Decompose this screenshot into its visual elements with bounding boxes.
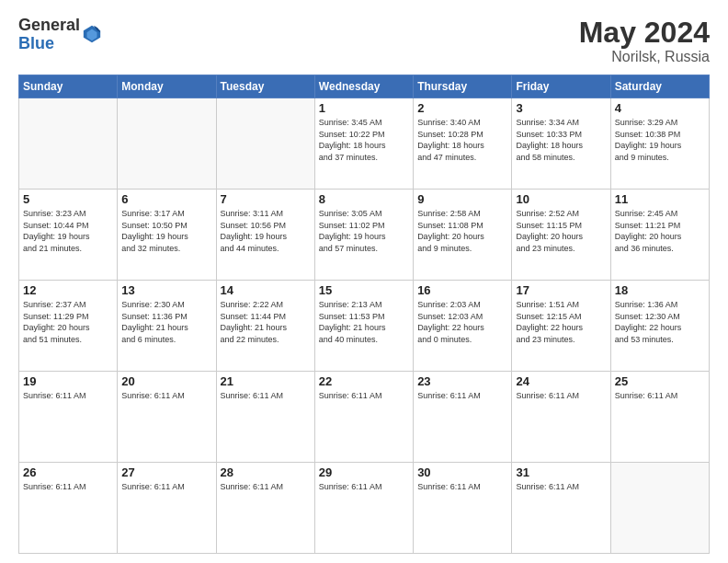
day-info: Sunrise: 2:37 AM Sunset: 11:29 PM Daylig…: [23, 299, 113, 345]
cell-w3-d6: 18Sunrise: 1:36 AM Sunset: 12:30 AM Dayl…: [610, 281, 709, 372]
day-info: Sunrise: 3:05 AM Sunset: 11:02 PM Daylig…: [319, 208, 409, 254]
day-info: Sunrise: 6:11 AM: [221, 390, 311, 402]
cell-w2-d3: 8Sunrise: 3:05 AM Sunset: 11:02 PM Dayli…: [314, 190, 413, 281]
day-number: 19: [23, 374, 113, 388]
logo-blue: Blue: [18, 35, 80, 53]
calendar-table: Sunday Monday Tuesday Wednesday Thursday…: [18, 75, 710, 554]
cell-w3-d5: 17Sunrise: 1:51 AM Sunset: 12:15 AM Dayl…: [512, 281, 610, 372]
day-info: Sunrise: 3:23 AM Sunset: 10:44 PM Daylig…: [23, 208, 113, 254]
cell-w4-d0: 19Sunrise: 6:11 AM: [19, 372, 118, 463]
cell-w1-d2: [216, 98, 314, 190]
day-info: Sunrise: 6:11 AM: [221, 481, 311, 493]
day-info: Sunrise: 2:52 AM Sunset: 11:15 PM Daylig…: [516, 208, 606, 254]
cell-w5-d0: 26Sunrise: 6:11 AM: [19, 463, 118, 554]
week-row-5: 26Sunrise: 6:11 AM27Sunrise: 6:11 AM28Su…: [19, 463, 710, 554]
day-info: Sunrise: 2:58 AM Sunset: 11:08 PM Daylig…: [417, 208, 507, 254]
day-number: 18: [615, 283, 705, 297]
day-number: 1: [319, 101, 409, 115]
day-info: Sunrise: 6:11 AM: [417, 390, 507, 402]
day-number: 23: [417, 374, 507, 388]
col-saturday: Saturday: [610, 75, 709, 98]
day-info: Sunrise: 6:11 AM: [516, 481, 606, 493]
day-info: Sunrise: 2:13 AM Sunset: 11:53 PM Daylig…: [319, 299, 409, 345]
day-info: Sunrise: 3:34 AM Sunset: 10:33 PM Daylig…: [516, 117, 606, 163]
cell-w5-d5: 31Sunrise: 6:11 AM: [512, 463, 610, 554]
day-number: 9: [417, 192, 507, 206]
col-thursday: Thursday: [414, 75, 512, 98]
day-number: 2: [417, 101, 507, 115]
day-number: 17: [516, 283, 606, 297]
logo-icon: [82, 24, 102, 44]
day-info: Sunrise: 3:11 AM Sunset: 10:56 PM Daylig…: [221, 208, 311, 254]
day-info: Sunrise: 2:45 AM Sunset: 11:21 PM Daylig…: [615, 208, 705, 254]
day-info: Sunrise: 6:11 AM: [319, 390, 409, 402]
cell-w4-d5: 24Sunrise: 6:11 AM: [512, 372, 610, 463]
cell-w5-d2: 28Sunrise: 6:11 AM: [216, 463, 314, 554]
day-number: 3: [516, 101, 606, 115]
cell-w5-d6: [610, 463, 709, 554]
logo-text: General Blue: [18, 17, 80, 53]
day-info: Sunrise: 6:11 AM: [319, 481, 409, 493]
cell-w4-d2: 21Sunrise: 6:11 AM: [216, 372, 314, 463]
week-row-3: 12Sunrise: 2:37 AM Sunset: 11:29 PM Dayl…: [19, 281, 710, 372]
day-info: Sunrise: 6:11 AM: [23, 481, 113, 493]
day-info: Sunrise: 6:11 AM: [417, 481, 507, 493]
day-info: Sunrise: 3:17 AM Sunset: 10:50 PM Daylig…: [121, 208, 211, 254]
day-info: Sunrise: 2:22 AM Sunset: 11:44 PM Daylig…: [221, 299, 311, 345]
cell-w2-d1: 6Sunrise: 3:17 AM Sunset: 10:50 PM Dayli…: [118, 190, 216, 281]
cell-w4-d1: 20Sunrise: 6:11 AM: [118, 372, 216, 463]
cell-w4-d6: 25Sunrise: 6:11 AM: [610, 372, 709, 463]
week-row-1: 1Sunrise: 3:45 AM Sunset: 10:22 PM Dayli…: [19, 98, 710, 190]
day-number: 31: [516, 465, 606, 479]
day-number: 28: [221, 465, 311, 479]
cell-w1-d4: 2Sunrise: 3:40 AM Sunset: 10:28 PM Dayli…: [414, 98, 512, 190]
day-info: Sunrise: 6:11 AM: [516, 390, 606, 402]
day-info: Sunrise: 6:11 AM: [121, 390, 211, 402]
cell-w1-d6: 4Sunrise: 3:29 AM Sunset: 10:38 PM Dayli…: [610, 98, 709, 190]
month-year: May 2024: [579, 17, 710, 49]
day-number: 30: [417, 465, 507, 479]
day-number: 5: [23, 192, 113, 206]
day-number: 11: [615, 192, 705, 206]
cell-w1-d5: 3Sunrise: 3:34 AM Sunset: 10:33 PM Dayli…: [512, 98, 610, 190]
cell-w5-d4: 30Sunrise: 6:11 AM: [414, 463, 512, 554]
logo-general: General: [18, 17, 80, 35]
day-info: Sunrise: 1:36 AM Sunset: 12:30 AM Daylig…: [615, 299, 705, 345]
cell-w1-d3: 1Sunrise: 3:45 AM Sunset: 10:22 PM Dayli…: [314, 98, 413, 190]
cell-w2-d4: 9Sunrise: 2:58 AM Sunset: 11:08 PM Dayli…: [414, 190, 512, 281]
day-info: Sunrise: 3:40 AM Sunset: 10:28 PM Daylig…: [417, 117, 507, 163]
day-info: Sunrise: 3:29 AM Sunset: 10:38 PM Daylig…: [615, 117, 705, 163]
day-number: 29: [319, 465, 409, 479]
day-info: Sunrise: 6:11 AM: [615, 390, 705, 402]
day-number: 6: [121, 192, 211, 206]
day-number: 16: [417, 283, 507, 297]
col-friday: Friday: [512, 75, 610, 98]
day-number: 15: [319, 283, 409, 297]
col-monday: Monday: [118, 75, 216, 98]
cell-w3-d3: 15Sunrise: 2:13 AM Sunset: 11:53 PM Dayl…: [314, 281, 413, 372]
cell-w2-d5: 10Sunrise: 2:52 AM Sunset: 11:15 PM Dayl…: [512, 190, 610, 281]
day-info: Sunrise: 1:51 AM Sunset: 12:15 AM Daylig…: [516, 299, 606, 345]
cell-w3-d2: 14Sunrise: 2:22 AM Sunset: 11:44 PM Dayl…: [216, 281, 314, 372]
day-number: 12: [23, 283, 113, 297]
header: General Blue May 2024 Norilsk, Russia: [18, 17, 710, 65]
day-number: 13: [121, 283, 211, 297]
col-tuesday: Tuesday: [216, 75, 314, 98]
cell-w1-d1: [118, 98, 216, 190]
cell-w4-d3: 22Sunrise: 6:11 AM: [314, 372, 413, 463]
col-sunday: Sunday: [19, 75, 118, 98]
week-row-2: 5Sunrise: 3:23 AM Sunset: 10:44 PM Dayli…: [19, 190, 710, 281]
day-info: Sunrise: 6:11 AM: [23, 390, 113, 402]
day-info: Sunrise: 2:30 AM Sunset: 11:36 PM Daylig…: [121, 299, 211, 345]
day-number: 27: [121, 465, 211, 479]
cell-w1-d0: [19, 98, 118, 190]
day-number: 14: [221, 283, 311, 297]
cell-w4-d4: 23Sunrise: 6:11 AM: [414, 372, 512, 463]
day-number: 20: [121, 374, 211, 388]
day-number: 8: [319, 192, 409, 206]
title-block: May 2024 Norilsk, Russia: [579, 17, 710, 65]
day-number: 26: [23, 465, 113, 479]
cell-w2-d2: 7Sunrise: 3:11 AM Sunset: 10:56 PM Dayli…: [216, 190, 314, 281]
day-info: Sunrise: 2:03 AM Sunset: 12:03 AM Daylig…: [417, 299, 507, 345]
page: General Blue May 2024 Norilsk, Russia Su…: [0, 0, 728, 563]
